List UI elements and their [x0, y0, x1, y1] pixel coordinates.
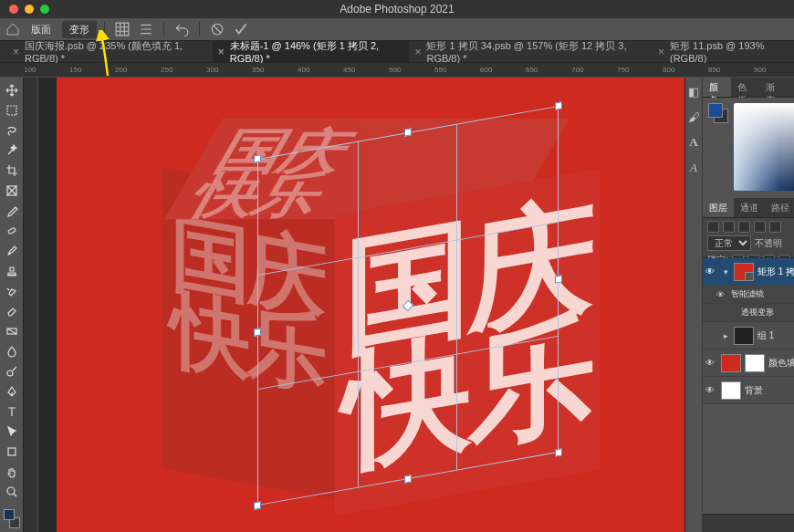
- commit-icon[interactable]: [234, 22, 248, 37]
- visibility-icon[interactable]: 👁: [713, 290, 727, 299]
- layer-filter-icon[interactable]: [738, 221, 750, 233]
- history-brush-tool[interactable]: [2, 282, 22, 299]
- document-tab[interactable]: ×矩形 1 拷贝 34.psb @ 157% (矩形 12 拷贝 3, RGB/…: [409, 41, 653, 63]
- zoom-window-icon[interactable]: [40, 5, 49, 14]
- disclosure-icon[interactable]: ▸: [721, 331, 730, 340]
- panel-fg-color[interactable]: [708, 103, 723, 118]
- list-icon[interactable]: [139, 22, 153, 37]
- cancel-icon[interactable]: [210, 22, 225, 37]
- eraser-tool[interactable]: [2, 303, 22, 320]
- layer-filter-icon[interactable]: [754, 221, 766, 233]
- option-layout-button[interactable]: 版面: [24, 21, 58, 38]
- color-panel-tab[interactable]: 色板: [731, 78, 759, 97]
- separator: [199, 22, 200, 37]
- layer-thumbnail[interactable]: [734, 263, 754, 281]
- document-tab[interactable]: ×国庆海报.psb @ 235% (颜色填充 1, RGB/8) *: [7, 41, 213, 63]
- layer-name[interactable]: 智能滤镜: [731, 288, 794, 300]
- minimize-window-icon[interactable]: [25, 5, 34, 14]
- frame-tool[interactable]: [2, 182, 22, 199]
- layer-name[interactable]: 矩形 1 拷贝 2: [757, 266, 794, 278]
- layer-name[interactable]: 透视变形: [741, 307, 794, 318]
- app-title: Adobe Photoshop 2021: [340, 3, 454, 16]
- document-tab[interactable]: ×矩形 11.psb @ 193%(RGB/8): [653, 41, 794, 63]
- layer-name[interactable]: 颜色填充: [768, 357, 794, 370]
- shape-tool[interactable]: [2, 443, 22, 461]
- layer-row[interactable]: 👁背景: [703, 377, 794, 404]
- color-panel-tab[interactable]: 渐变: [759, 78, 788, 97]
- option-warp-button[interactable]: 变形: [62, 21, 97, 38]
- layers-panel-options: 正常 不透明 锁定:: [703, 218, 794, 258]
- stamp-tool[interactable]: [2, 262, 22, 279]
- layer-filter-icon[interactable]: [769, 221, 781, 233]
- layer-thumbnail[interactable]: [721, 354, 741, 372]
- brush-settings-icon[interactable]: 🖌: [685, 109, 702, 125]
- color-spectrum[interactable]: [734, 103, 794, 191]
- close-tab-icon[interactable]: ×: [414, 46, 421, 58]
- layer-thumbnail[interactable]: [734, 327, 754, 345]
- crop-tool[interactable]: [2, 162, 22, 179]
- eyedropper-tool[interactable]: [2, 202, 22, 219]
- histogram-icon[interactable]: ◧: [685, 83, 702, 99]
- window-controls: [0, 5, 49, 14]
- visibility-icon[interactable]: 👁: [703, 358, 717, 368]
- dodge-tool[interactable]: [2, 363, 22, 381]
- color-panel-tab[interactable]: 图案: [788, 78, 794, 97]
- layer-mask-thumbnail[interactable]: [745, 354, 765, 372]
- document-tab[interactable]: ×未标题-1 @ 146% (矩形 1 拷贝 2, RGB/8) *: [213, 41, 410, 63]
- type-tool[interactable]: [2, 403, 22, 421]
- layer-name[interactable]: 组 1: [757, 329, 794, 342]
- layer-row[interactable]: 👁颜色填充: [703, 349, 794, 377]
- path-select-tool[interactable]: [2, 423, 22, 441]
- undo-icon[interactable]: [174, 22, 189, 37]
- foreground-color-chip[interactable]: [4, 509, 15, 520]
- layer-name[interactable]: 背景: [745, 384, 794, 397]
- blend-mode-select[interactable]: 正常: [707, 235, 751, 251]
- svg-rect-1: [7, 106, 16, 115]
- close-tab-icon[interactable]: ×: [218, 46, 225, 58]
- color-panel-tab[interactable]: 颜色: [703, 78, 731, 97]
- document-tab-label: 矩形 1 拷贝 34.psb @ 157% (矩形 12 拷贝 3, RGB/8…: [426, 39, 646, 64]
- layer-row[interactable]: ▸组 1: [703, 322, 794, 349]
- gradient-tool[interactable]: [2, 323, 22, 340]
- layers-panel-tab[interactable]: 通道: [734, 198, 765, 217]
- opacity-label: 不透明: [755, 237, 782, 250]
- lasso-tool[interactable]: [2, 121, 22, 139]
- move-tool[interactable]: [2, 81, 22, 99]
- right-panels: ◧ 🖌 A A 颜色色板渐变图案 图层通道路径: [684, 78, 794, 532]
- layer-row[interactable]: 👁▾矩形 1 拷贝 2: [703, 258, 794, 286]
- home-icon[interactable]: [5, 22, 20, 37]
- layer-thumbnail[interactable]: [721, 381, 741, 400]
- color-swatches[interactable]: [2, 509, 22, 528]
- blur-tool[interactable]: [2, 343, 22, 360]
- artboard[interactable]: 国庆快乐 国庆快乐 国庆快乐: [57, 78, 684, 532]
- close-tab-icon[interactable]: ×: [658, 46, 664, 58]
- document-tab-label: 国庆海报.psb @ 235% (颜色填充 1, RGB/8) *: [25, 39, 207, 64]
- layers-panel-tab[interactable]: 图层: [703, 198, 734, 217]
- layer-row[interactable]: 👁智能滤镜: [703, 286, 794, 304]
- visibility-icon[interactable]: 👁: [703, 266, 717, 276]
- svg-rect-3: [7, 227, 16, 234]
- visibility-icon[interactable]: 👁: [703, 385, 717, 395]
- character-panel-icon[interactable]: A: [685, 134, 702, 151]
- grid-icon[interactable]: [115, 22, 130, 37]
- glyphs-panel-icon[interactable]: A: [685, 160, 702, 176]
- zoom-tool[interactable]: [2, 484, 22, 501]
- ruler-horizontal: 1001502002503003504004505005506006507007…: [0, 63, 794, 78]
- close-window-icon[interactable]: [9, 5, 18, 14]
- heal-tool[interactable]: [2, 222, 22, 239]
- hand-tool[interactable]: [2, 464, 22, 481]
- close-tab-icon[interactable]: ×: [13, 46, 19, 58]
- layer-filter-icon[interactable]: [723, 221, 735, 233]
- ruler-vertical: [24, 78, 38, 532]
- color-panel: [703, 98, 794, 198]
- layers-panel-tab[interactable]: 路径: [765, 198, 794, 217]
- canvas-area: 国庆快乐 国庆快乐 国庆快乐: [38, 78, 684, 532]
- disclosure-icon[interactable]: ▾: [721, 267, 730, 276]
- brush-tool[interactable]: [2, 242, 22, 259]
- layers-panel-tabs: 图层通道路径: [703, 198, 794, 218]
- pen-tool[interactable]: [2, 383, 22, 401]
- layer-filter-icon[interactable]: [707, 221, 719, 233]
- layer-row[interactable]: 透视变形: [703, 304, 794, 322]
- marquee-tool[interactable]: [2, 101, 22, 119]
- wand-tool[interactable]: [2, 141, 22, 159]
